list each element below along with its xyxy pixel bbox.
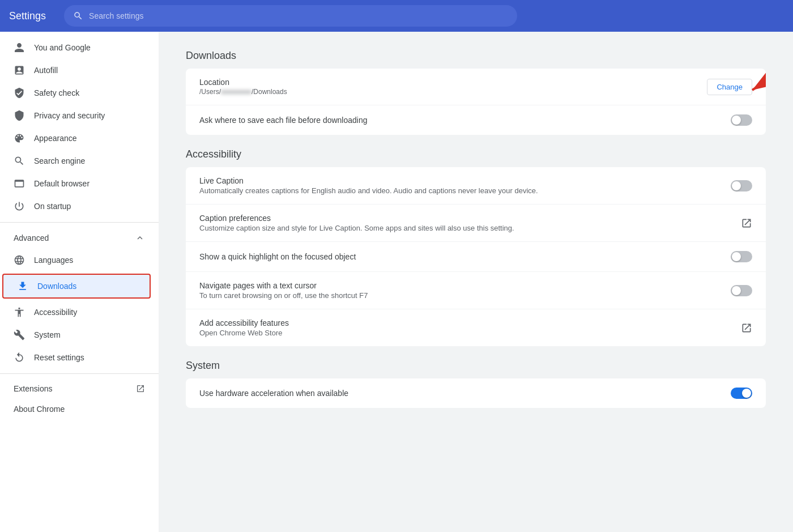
ask-where-label: Ask where to save each file before downl… — [199, 116, 731, 125]
sidebar-item-default-browser[interactable]: Default browser — [0, 172, 154, 195]
sidebar-label-default-browser: Default browser — [34, 179, 89, 188]
text-cursor-row: Navigate pages with a text cursor To tur… — [186, 272, 766, 309]
sidebar-label-accessibility: Accessibility — [34, 308, 77, 317]
header: Settings — [0, 0, 793, 32]
add-features-row: Add accessibility features Open Chrome W… — [186, 309, 766, 346]
autofill-icon — [14, 65, 25, 76]
sidebar-label-appearance: Appearance — [34, 134, 77, 143]
sidebar-item-safety-check[interactable]: Safety check — [0, 82, 154, 104]
highlight-label: Show a quick highlight on the focused ob… — [199, 252, 731, 261]
sidebar: You and Google Autofill Safety check Pri… — [0, 32, 159, 532]
sidebar-label-reset-settings: Reset settings — [34, 353, 84, 362]
sidebar-label-search-engine: Search engine — [34, 156, 85, 165]
caption-prefs-desc: Customize caption size and style for Liv… — [199, 224, 741, 232]
text-cursor-desc: To turn caret browsing on or off, use th… — [199, 291, 731, 300]
sidebar-item-search-engine[interactable]: Search engine — [0, 150, 154, 172]
search-engine-icon — [14, 155, 25, 167]
location-label: Location — [199, 78, 707, 87]
search-icon — [73, 11, 83, 21]
ask-where-toggle[interactable] — [731, 114, 752, 126]
text-cursor-toggle[interactable] — [731, 285, 752, 296]
svg-line-1 — [752, 70, 766, 90]
change-button[interactable]: Change — [707, 79, 752, 95]
hardware-accel-label: Use hardware acceleration when available — [199, 389, 731, 398]
sidebar-item-languages[interactable]: Languages — [0, 249, 154, 271]
sidebar-label-privacy-security: Privacy and security — [34, 111, 105, 120]
sidebar-item-you-and-google[interactable]: You and Google — [0, 36, 154, 59]
location-path-end: /Downloads — [251, 88, 287, 96]
sidebar-label-autofill: Autofill — [34, 66, 58, 75]
sidebar-item-system[interactable]: System — [0, 324, 154, 346]
live-caption-desc: Automatically creates captions for Engli… — [199, 186, 731, 195]
shield-icon — [14, 110, 25, 121]
change-wrapper: Change — [707, 79, 752, 95]
sidebar-item-about-chrome[interactable]: About Chrome — [0, 399, 154, 419]
sidebar-item-privacy-security[interactable]: Privacy and security — [0, 104, 154, 127]
hardware-accel-toggle[interactable] — [731, 388, 752, 399]
system-card: Use hardware acceleration when available — [186, 378, 766, 408]
caption-prefs-label: Caption preferences — [199, 214, 741, 223]
highlight-toggle[interactable] — [731, 251, 752, 262]
location-path-username: xxxxxxxxx — [221, 88, 251, 96]
system-section-title: System — [186, 360, 766, 372]
sidebar-divider — [0, 222, 159, 223]
sidebar-item-downloads[interactable]: Downloads — [2, 274, 151, 299]
wrench-icon — [14, 329, 25, 341]
sidebar-label-safety-check: Safety check — [34, 88, 79, 97]
caption-prefs-external-icon — [741, 218, 752, 229]
sidebar-label-you-and-google: You and Google — [34, 43, 91, 52]
person-icon — [14, 42, 25, 53]
ask-where-row: Ask where to save each file before downl… — [186, 105, 766, 135]
advanced-label: Advanced — [14, 233, 49, 242]
downloads-card: Location /Users/xxxxxxxxx/Downloads Chan… — [186, 69, 766, 135]
sidebar-label-downloads: Downloads — [37, 282, 76, 291]
highlight-row: Show a quick highlight on the focused ob… — [186, 242, 766, 272]
accessibility-card: Live Caption Automatically creates capti… — [186, 167, 766, 346]
live-caption-row: Live Caption Automatically creates capti… — [186, 167, 766, 205]
sidebar-divider-2 — [0, 373, 159, 374]
downloads-section-title: Downloads — [186, 50, 766, 62]
app-title: Settings — [9, 10, 46, 22]
sidebar-item-accessibility[interactable]: Accessibility — [0, 301, 154, 324]
shield-check-icon — [14, 87, 25, 99]
sidebar-item-appearance[interactable]: Appearance — [0, 127, 154, 150]
sidebar-label-system: System — [34, 330, 61, 339]
hardware-accel-row: Use hardware acceleration when available — [186, 378, 766, 408]
power-icon — [14, 201, 25, 212]
accessibility-section-title: Accessibility — [186, 148, 766, 160]
layout: You and Google Autofill Safety check Pri… — [0, 32, 793, 532]
location-path-start: /Users/ — [199, 88, 221, 96]
browser-icon — [14, 178, 25, 189]
sidebar-label-languages: Languages — [34, 256, 73, 265]
advanced-section-header[interactable]: Advanced — [0, 227, 159, 249]
globe-icon — [14, 254, 25, 266]
text-cursor-label: Navigate pages with a text cursor — [199, 281, 731, 290]
download-icon — [17, 280, 28, 292]
sidebar-label-on-startup: On startup — [34, 202, 71, 211]
external-link-icon — [136, 384, 145, 393]
add-features-label: Add accessibility features — [199, 318, 741, 327]
location-path: /Users/xxxxxxxxx/Downloads — [199, 88, 707, 96]
live-caption-label: Live Caption — [199, 176, 731, 185]
palette-icon — [14, 133, 25, 144]
search-bar[interactable] — [64, 5, 517, 27]
add-features-external-icon — [741, 322, 752, 334]
reset-icon — [14, 352, 25, 363]
accessibility-icon — [14, 307, 25, 318]
chevron-up-icon — [135, 233, 145, 243]
add-features-desc: Open Chrome Web Store — [199, 329, 741, 337]
search-input[interactable] — [89, 11, 508, 20]
caption-prefs-row: Caption preferences Customize caption si… — [186, 205, 766, 242]
live-caption-toggle[interactable] — [731, 180, 752, 191]
sidebar-item-extensions[interactable]: Extensions — [0, 378, 159, 399]
extensions-label: Extensions — [14, 384, 52, 393]
sidebar-item-reset-settings[interactable]: Reset settings — [0, 346, 154, 369]
downloads-location-row: Location /Users/xxxxxxxxx/Downloads Chan… — [186, 69, 766, 105]
sidebar-item-autofill[interactable]: Autofill — [0, 59, 154, 82]
sidebar-item-on-startup[interactable]: On startup — [0, 195, 154, 218]
main-content: Downloads Location /Users/xxxxxxxxx/Down… — [159, 32, 793, 532]
about-chrome-label: About Chrome — [14, 405, 65, 414]
